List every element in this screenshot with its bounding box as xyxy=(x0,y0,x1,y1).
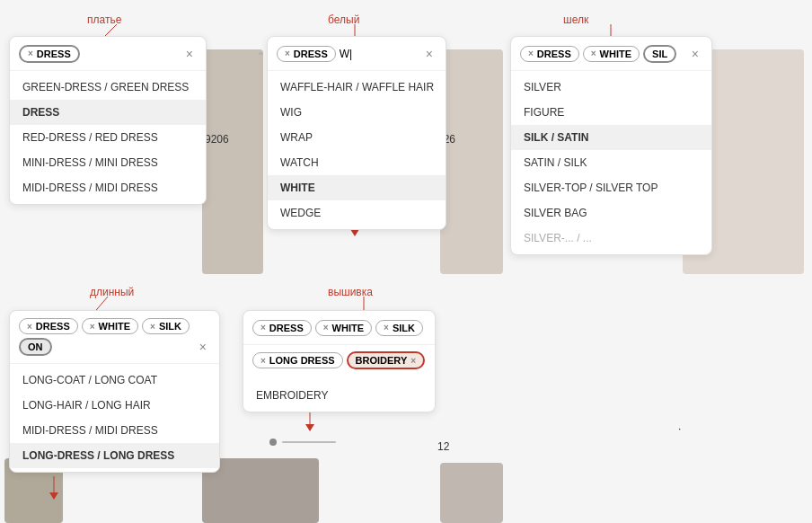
tag-label-silk-4: SILK xyxy=(159,321,181,332)
item-dress[interactable]: DRESS xyxy=(10,100,206,125)
item-midi-dress-2[interactable]: MIDI-DRESS / MIDI DRESS xyxy=(10,418,219,443)
panel-silk[interactable]: × DRESS × WHITE SIL × SILVER FIGURE SILK… xyxy=(510,36,712,255)
tag-x-white-5[interactable]: × xyxy=(323,323,329,332)
tag-label-dress-5: DRESS xyxy=(269,323,304,333)
item-red-dress[interactable]: RED-DRESS / RED DRESS xyxy=(10,125,206,150)
item-silver[interactable]: SILVER xyxy=(511,75,711,100)
panel-long-list: LONG-COAT / LONG COAT LONG-HAIR / LONG H… xyxy=(10,364,219,472)
tag-label-dress-1: DRESS xyxy=(37,49,71,59)
tag-dress-4[interactable]: × DRESS xyxy=(19,318,78,334)
tag-white-3[interactable]: × WHITE xyxy=(583,46,640,62)
panel-white-header[interactable]: × DRESS × xyxy=(268,37,446,71)
tag-sil-3[interactable]: SIL xyxy=(643,45,676,63)
tag-label-sil-3: SIL xyxy=(652,49,667,59)
tag-dress-2[interactable]: × DRESS xyxy=(277,46,336,62)
panel-long-header[interactable]: × DRESS × WHITE × SILK ON × xyxy=(10,311,219,364)
item-watch[interactable]: WATCH xyxy=(268,150,446,175)
item-long-dress[interactable]: LONG-DRESS / LONG DRESS xyxy=(10,443,219,468)
chevron-left-2[interactable]: ⌃ xyxy=(253,49,268,64)
tag-dress-5[interactable]: × DRESS xyxy=(252,320,312,336)
panel-embroidery-header[interactable]: × DRESS × WHITE × SILK xyxy=(243,311,435,345)
tag-dress-3[interactable]: × DRESS xyxy=(520,46,579,62)
page-bar xyxy=(282,441,336,443)
tag-white-4[interactable]: × WHITE xyxy=(82,318,138,334)
tag-silk-5[interactable]: × SILK xyxy=(375,320,423,336)
panel-long[interactable]: × DRESS × WHITE × SILK ON × LONG-COAT / … xyxy=(9,310,220,473)
panel-silk-list: SILVER FIGURE SILK / SATIN SATIN / SILK … xyxy=(511,71,711,254)
item-wedge[interactable]: WEDGE xyxy=(268,200,446,226)
item-silver-bag[interactable]: SILVER BAG xyxy=(511,200,711,226)
tag-x-white-3[interactable]: × xyxy=(591,49,596,58)
tag-label-white-4: WHITE xyxy=(99,321,130,332)
page-dot-active[interactable] xyxy=(269,439,277,446)
tag-white-5[interactable]: × WHITE xyxy=(315,320,372,336)
panel-long-close[interactable]: × xyxy=(196,340,210,354)
tag-label-silk-5: SILK xyxy=(393,323,415,333)
tag-label-dress-3: DRESS xyxy=(537,49,571,59)
tag-x-silk-4[interactable]: × xyxy=(150,322,155,332)
tag-broidery-5[interactable]: BROIDERY × xyxy=(347,351,426,369)
panel-silk-close[interactable]: × xyxy=(688,47,702,61)
item-mini-dress[interactable]: MINI-DRESS / MINI DRESS xyxy=(10,150,206,175)
panel-embroidery-header2[interactable]: × LONG DRESS BROIDERY × xyxy=(243,345,435,379)
tag-x-white-4[interactable]: × xyxy=(90,322,95,332)
tag-on-4[interactable]: ON xyxy=(19,338,52,356)
tag-x-dress-3[interactable]: × xyxy=(528,49,534,58)
tag-longdress-5[interactable]: × LONG DRESS xyxy=(252,352,343,368)
image-block-5 xyxy=(202,458,319,523)
item-silver-dots[interactable]: SILVER-... / ... xyxy=(511,226,711,251)
item-embroidery[interactable]: EMBROIDERY xyxy=(243,383,435,408)
panel-white-close[interactable]: × xyxy=(422,47,437,61)
tag-x-2[interactable]: × xyxy=(285,49,290,58)
item-white[interactable]: WHITE xyxy=(268,175,446,200)
tag-label-dress-4: DRESS xyxy=(36,321,70,332)
panel-dress-header[interactable]: × DRESS × xyxy=(10,37,206,71)
tag-dress-1[interactable]: × DRESS xyxy=(19,45,80,63)
panel-dress[interactable]: × DRESS × GREEN-DRESS / GREEN DRESS DRES… xyxy=(9,36,207,205)
tag-label-broidery-5: BROIDERY xyxy=(356,355,408,366)
tag-label-on-4: ON xyxy=(28,341,43,352)
label-vyshivka: вышивка xyxy=(328,283,373,299)
item-waffle[interactable]: WAFFLE-HAIR / WAFFLE HAIR xyxy=(268,75,446,100)
item-satin-silk[interactable]: SATIN / SILK xyxy=(511,150,711,175)
search-input-2[interactable] xyxy=(340,48,365,60)
tag-label-white-5: WHITE xyxy=(332,323,364,333)
item-wrap[interactable]: WRAP xyxy=(268,125,446,150)
tag-x-dress-1[interactable]: × xyxy=(28,49,33,58)
image-block-1 xyxy=(202,49,263,274)
panel-white-list: WAFFLE-HAIR / WAFFLE HAIR WIG WRAP WATCH… xyxy=(268,71,446,229)
panel-dress-list: GREEN-DRESS / GREEN DRESS DRESS RED-DRES… xyxy=(10,71,206,204)
count-1: 9206 xyxy=(205,133,229,146)
label-dlinny: длинный xyxy=(90,283,134,299)
item-silver-top[interactable]: SILVER-TOP / SILVER TOP xyxy=(511,175,711,200)
image-block-6 xyxy=(440,463,503,523)
count-6: · xyxy=(678,422,681,435)
image-block-2 xyxy=(440,49,503,274)
item-wig[interactable]: WIG xyxy=(268,100,446,125)
tag-x-silk-5[interactable]: × xyxy=(384,323,389,332)
tag-x-dress-5[interactable]: × xyxy=(260,323,266,332)
tag-x-dress-4[interactable]: × xyxy=(27,322,32,332)
tag-silk-4[interactable]: × SILK xyxy=(142,318,190,334)
item-figure[interactable]: FIGURE xyxy=(511,100,711,125)
label-platye: платье xyxy=(87,11,121,27)
tag-label-longdress-5: LONG DRESS xyxy=(269,355,335,366)
tag-label-2: DRESS xyxy=(294,49,328,59)
tag-label-white-3: WHITE xyxy=(600,49,631,59)
item-long-hair[interactable]: LONG-HAIR / LONG HAIR xyxy=(10,393,219,418)
count-5: 12 xyxy=(437,440,449,453)
tag-x-broidery-5[interactable]: × xyxy=(410,356,416,366)
pagination-1 xyxy=(269,439,336,446)
panel-white[interactable]: × DRESS × WAFFLE-HAIR / WAFFLE HAIR WIG … xyxy=(267,36,446,230)
label-shelk: шелк xyxy=(563,11,588,27)
item-midi-dress[interactable]: MIDI-DRESS / MIDI DRESS xyxy=(10,175,206,200)
panel-embroidery-list: EMBROIDERY xyxy=(243,379,435,412)
panel-dress-close[interactable]: × xyxy=(182,47,197,61)
label-bely: белый xyxy=(328,11,359,27)
item-long-coat[interactable]: LONG-COAT / LONG COAT xyxy=(10,368,219,393)
tag-x-longdress-5[interactable]: × xyxy=(260,356,266,366)
panel-embroidery[interactable]: × DRESS × WHITE × SILK × LONG DRESS BROI… xyxy=(243,310,436,412)
item-silk-satin[interactable]: SILK / SATIN xyxy=(511,125,711,150)
item-green-dress[interactable]: GREEN-DRESS / GREEN DRESS xyxy=(10,75,206,100)
panel-silk-header[interactable]: × DRESS × WHITE SIL × xyxy=(511,37,711,71)
